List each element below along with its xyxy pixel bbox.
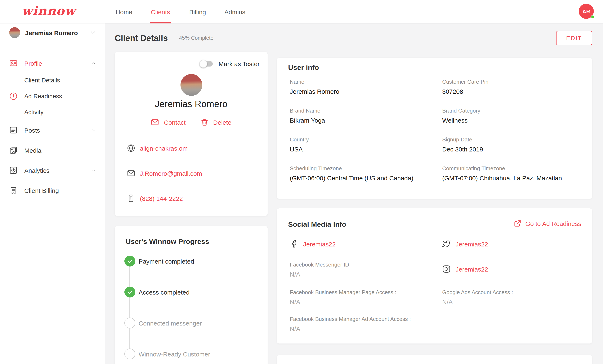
field-label: Signup Date [442, 136, 584, 143]
sidebar-item-analytics[interactable]: Analytics [0, 160, 105, 180]
mail-icon [127, 169, 135, 177]
contact-button[interactable]: Contact [151, 118, 186, 126]
field-label: Facebook Business Manager Ad Account Acc… [290, 316, 411, 322]
progress-step: Connected messenger [124, 318, 202, 329]
field-label: Facebook Business Manager Page Access : [290, 289, 396, 295]
main-content: Client Details 45% Complete EDIT Mark as… [105, 23, 603, 364]
delete-label: Delete [213, 119, 231, 126]
twitter-icon [442, 240, 451, 248]
sidebar: Jeremias Romero Profile Client Details A… [0, 23, 105, 364]
nav-billing[interactable]: Billing [188, 0, 207, 23]
sidebar-item-activity[interactable]: Activity [0, 104, 105, 120]
admin-avatar[interactable]: AR [579, 4, 594, 19]
content-header: Client Details 45% Complete EDIT [115, 30, 592, 46]
progress-card-title: User's Winnow Progress [126, 238, 209, 246]
client-selector[interactable]: Jeremias Romero [0, 23, 105, 42]
field-label: Google Ads Account Access : [442, 289, 513, 295]
contact-label: Contact [164, 119, 186, 126]
id-card-icon [9, 59, 18, 67]
field-value: 307208 [442, 88, 584, 95]
sidebar-item-client-details[interactable]: Client Details [0, 72, 105, 88]
website-link[interactable]: align-chakras.om [140, 144, 188, 152]
field-value: Dec 30th 2019 [442, 146, 584, 153]
sidebar-item-ad-readiness[interactable]: Ad Readiness [0, 88, 105, 104]
receipt-icon [9, 186, 18, 195]
field-value: Wellness [442, 117, 584, 124]
app-logo[interactable]: winnow [22, 4, 76, 18]
field-label: Brand Name [290, 108, 442, 114]
sidebar-item-label: Posts [24, 127, 91, 134]
sidebar-item-label: Client Details [24, 77, 60, 84]
field-value: Jeremias Romero [290, 88, 442, 95]
chevron-up-icon [91, 60, 96, 66]
facebook-messenger-id-block: Facebook Messenger ID N/A [290, 262, 349, 278]
sidebar-item-label: Activity [24, 109, 44, 115]
user-info-fields: Name Jeremias Romero Customer Care Pin 3… [290, 79, 584, 182]
sidebar-item-label: Profile [24, 60, 91, 67]
field-value: (GMT-06:00) Central Time (US and Canada) [290, 175, 442, 182]
pending-circle-icon [124, 349, 135, 359]
go-to-ad-readiness-link[interactable]: Go to Ad Readiness [514, 220, 581, 227]
globe-icon [127, 144, 135, 152]
delete-button[interactable]: Delete [201, 118, 231, 126]
email-row: J.Romero@gmail.com [127, 167, 259, 179]
field-signup-date: Signup Date Dec 30th 2019 [442, 136, 584, 153]
progress-step-label: Payment completed [139, 257, 194, 265]
sidebar-item-profile[interactable]: Profile [0, 54, 105, 72]
instagram-handle-link[interactable]: Jeremias22 [456, 265, 488, 273]
sidebar-item-label: Ad Readiness [24, 93, 62, 99]
field-customer-care-pin: Customer Care Pin 307208 [442, 79, 584, 95]
profile-card: Mark as Tester Jeremias Romero Contact D… [115, 52, 267, 216]
completion-status: 45% Complete [179, 35, 213, 41]
field-label: Customer Care Pin [442, 79, 584, 85]
client-photo [180, 74, 202, 96]
sidebar-item-client-billing[interactable]: Client Billing [0, 180, 105, 200]
facebook-handle-row: Jeremias22 [290, 240, 336, 248]
nav-home[interactable]: Home [115, 0, 133, 23]
mark-as-tester-toggle[interactable] [200, 61, 213, 66]
progress-step: Access completed [124, 287, 189, 298]
facebook-icon [290, 240, 298, 248]
field-value: USA [290, 146, 442, 153]
client-selector-name: Jeremias Romero [25, 29, 90, 36]
client-name: Jeremias Romero [115, 99, 267, 110]
field-label: Brand Category [442, 108, 584, 114]
client-avatar [9, 27, 20, 38]
instagram-icon [442, 265, 451, 273]
edit-button[interactable]: EDIT [556, 31, 592, 45]
nav-divider [182, 8, 182, 15]
progress-step-label: Access completed [139, 288, 189, 296]
contact-list: align-chakras.om J.Romero@gmail.com (828… [127, 142, 259, 218]
trash-icon [201, 118, 209, 126]
nav-admins[interactable]: Admins [224, 0, 246, 23]
posts-icon [9, 126, 18, 134]
tester-toggle-row: Mark as Tester [200, 60, 260, 67]
field-label: Country [290, 136, 442, 143]
field-value: N/A [290, 271, 349, 278]
fb-business-ad-account-access-block: Facebook Business Manager Ad Account Acc… [290, 316, 411, 332]
field-scheduling-timezone: Scheduling Timezone (GMT-06:00) Central … [290, 165, 442, 182]
progress-connector [129, 261, 130, 353]
online-status-dot [591, 15, 595, 19]
chevron-down-icon [90, 29, 96, 36]
ad-readiness-label: Go to Ad Readiness [525, 220, 581, 227]
sidebar-item-posts[interactable]: Posts [0, 120, 105, 140]
nav-clients[interactable]: Clients [150, 0, 171, 23]
twitter-handle-link[interactable]: Jeremias22 [456, 240, 488, 247]
phone-icon [127, 194, 135, 202]
field-country: Country USA [290, 136, 442, 153]
phone-link[interactable]: (828) 144-2222 [140, 195, 183, 202]
website-row: align-chakras.om [127, 142, 259, 154]
field-value: N/A [290, 298, 396, 305]
facebook-handle-link[interactable]: Jeremias22 [303, 240, 336, 247]
mail-icon [151, 118, 159, 126]
field-brand-category: Brand Category Wellness [442, 108, 584, 124]
sidebar-item-media[interactable]: Media [0, 140, 105, 160]
pending-circle-icon [124, 318, 135, 329]
email-link[interactable]: J.Romero@gmail.com [140, 170, 202, 177]
toggle-knob [199, 60, 207, 68]
fb-business-page-access-block: Facebook Business Manager Page Access : … [290, 289, 396, 305]
social-media-title: Social Media Info [288, 221, 346, 229]
warning-icon [9, 92, 18, 100]
admin-avatar-initials: AR [582, 8, 590, 14]
